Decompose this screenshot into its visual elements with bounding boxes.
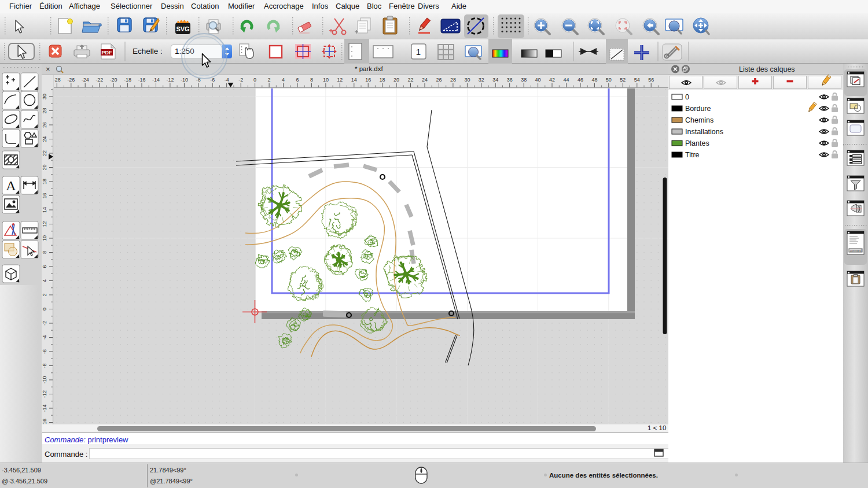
- svg-text:6: 6: [296, 77, 299, 83]
- svg-text:-24: -24: [82, 77, 89, 83]
- svg-text:52: 52: [620, 77, 626, 83]
- svg-text:0: 0: [253, 77, 256, 83]
- svg-text:Bordure: Bordure: [685, 105, 711, 113]
- svg-text:14: 14: [351, 77, 357, 83]
- svg-text:-18: -18: [124, 77, 131, 83]
- svg-text:40: 40: [535, 77, 541, 83]
- svg-text:-16: -16: [42, 419, 47, 424]
- svg-text:24: 24: [422, 77, 428, 83]
- svg-text:30: 30: [464, 77, 470, 83]
- svg-text:command: command: [850, 249, 862, 252]
- svg-text:Titre: Titre: [685, 151, 700, 159]
- svg-text:-6: -6: [42, 349, 47, 354]
- svg-text:2: 2: [42, 293, 47, 296]
- svg-text:50: 50: [606, 77, 612, 83]
- svg-text:1: 1: [416, 47, 421, 57]
- svg-text:28: 28: [42, 108, 47, 113]
- svg-text:Installations: Installations: [685, 128, 723, 136]
- svg-text:30: 30: [42, 94, 47, 99]
- svg-text:8: 8: [42, 251, 47, 254]
- svg-text:16: 16: [42, 193, 47, 198]
- svg-text:20: 20: [393, 77, 399, 83]
- svg-text:22: 22: [42, 150, 47, 156]
- svg-text:34: 34: [492, 77, 498, 83]
- svg-text:-8: -8: [42, 363, 47, 368]
- svg-text:26: 26: [436, 77, 442, 83]
- svg-text:56: 56: [648, 77, 654, 83]
- svg-text:-10: -10: [42, 376, 47, 383]
- svg-text:42: 42: [549, 77, 555, 83]
- svg-text:-28: -28: [54, 77, 61, 83]
- svg-text:44: 44: [563, 77, 569, 83]
- svg-text:12: 12: [337, 77, 343, 83]
- svg-text:4: 4: [42, 279, 47, 282]
- svg-text:38: 38: [521, 77, 527, 83]
- svg-text:-16: -16: [138, 77, 145, 83]
- svg-text:Chemins: Chemins: [685, 116, 713, 124]
- svg-text:18: 18: [42, 179, 47, 184]
- svg-text:28: 28: [450, 77, 456, 83]
- svg-text:-4: -4: [42, 335, 47, 339]
- svg-text:2: 2: [268, 77, 271, 83]
- svg-text:46: 46: [578, 77, 583, 83]
- svg-text:Plantes: Plantes: [685, 139, 709, 147]
- svg-text:54: 54: [634, 77, 640, 83]
- svg-text:32: 32: [479, 77, 484, 83]
- svg-text:-26: -26: [67, 77, 75, 83]
- svg-text:-2: -2: [238, 77, 243, 83]
- svg-text:14: 14: [42, 207, 47, 213]
- svg-text:24: 24: [42, 136, 47, 142]
- svg-text:0: 0: [42, 308, 47, 310]
- svg-text:20: 20: [42, 164, 47, 170]
- svg-text:10: 10: [323, 77, 329, 83]
- svg-text:A: A: [6, 178, 16, 193]
- svg-text:-14: -14: [152, 77, 160, 83]
- svg-text:8: 8: [310, 77, 313, 83]
- svg-text:-14: -14: [42, 404, 47, 412]
- svg-text:4: 4: [282, 77, 285, 83]
- svg-text:18: 18: [380, 77, 385, 83]
- svg-text:-12: -12: [166, 77, 174, 83]
- svg-text:26: 26: [42, 122, 47, 128]
- svg-text:48: 48: [591, 77, 597, 83]
- svg-text:-2: -2: [42, 321, 47, 326]
- svg-text:6: 6: [42, 265, 47, 268]
- svg-text:0: 0: [685, 93, 689, 101]
- svg-text:-12: -12: [42, 390, 47, 398]
- svg-text:12: 12: [42, 221, 47, 227]
- svg-text:22: 22: [407, 77, 413, 83]
- svg-text:-22: -22: [95, 77, 103, 83]
- svg-text:16: 16: [365, 77, 371, 83]
- svg-text:10: 10: [42, 235, 47, 241]
- svg-text:-20: -20: [110, 77, 117, 83]
- svg-text:PDF: PDF: [102, 50, 113, 56]
- svg-text:36: 36: [507, 77, 513, 83]
